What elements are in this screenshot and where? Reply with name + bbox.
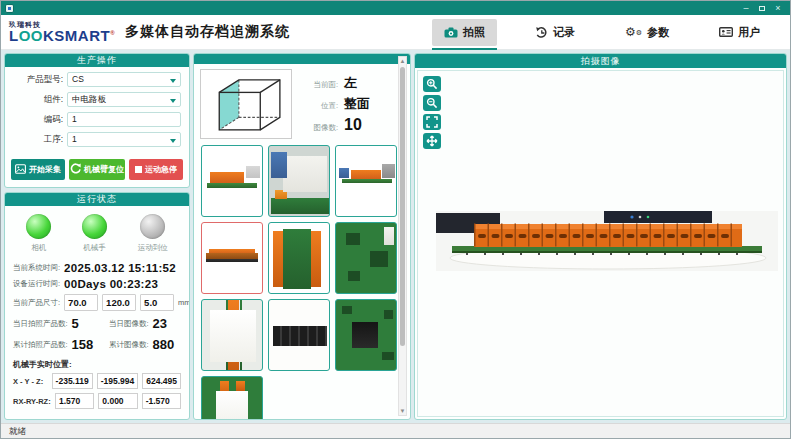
- image-icon: [15, 164, 26, 176]
- gears-icon: ⚙⚙: [625, 26, 642, 38]
- rx-value: 1.570: [55, 393, 94, 409]
- today-products-count: 5: [72, 316, 79, 331]
- history-icon: [535, 26, 548, 39]
- uptime-row: 设备运行时间: 00Days 00:23:23: [5, 276, 189, 292]
- thumbnail[interactable]: [268, 299, 330, 371]
- image-viewer[interactable]: [417, 70, 784, 417]
- x-value: -235.119: [52, 373, 93, 389]
- cube-face-indicator: [200, 69, 292, 139]
- camera-icon: [444, 27, 458, 38]
- production-panel-title: 生产操作: [5, 54, 189, 67]
- process-select[interactable]: 1: [67, 132, 181, 147]
- rxryrz-row: RX-RY-RZ: 1.570 0.000 -1.570: [13, 393, 181, 409]
- thumbnail-grid: [201, 145, 396, 419]
- status-panel-title: 运行状态: [5, 193, 189, 206]
- process-label: 工序:: [13, 134, 63, 146]
- image-count-row: 图像数: 10: [300, 116, 404, 134]
- system-time-row: 当前系统时间: 2025.03.12 15:11:52: [5, 260, 189, 276]
- robot-position-panel: 机械手实时位置: X - Y - Z: -235.119 -195.994 62…: [5, 355, 189, 413]
- viewer-toolbar: [423, 76, 441, 149]
- total-products-count: 158: [72, 337, 94, 352]
- thumbnail[interactable]: [201, 299, 263, 371]
- total-images-count: 880: [153, 337, 175, 352]
- thumbnail[interactable]: [201, 376, 263, 419]
- title-bar: – ×: [1, 1, 790, 15]
- thumbnail-scrollbar[interactable]: ▲ ▼: [398, 56, 407, 416]
- zoom-out-button[interactable]: [423, 95, 441, 111]
- tab-capture[interactable]: 拍照: [432, 19, 497, 46]
- pan-button[interactable]: [423, 133, 441, 149]
- capture-overview-header: [194, 54, 410, 64]
- brand-logo: 玖瑞科技 LOOKSMART®: [9, 21, 115, 43]
- y-value: -195.994: [97, 373, 139, 389]
- scroll-up-icon[interactable]: ▲: [399, 57, 406, 65]
- code-input[interactable]: 1: [67, 112, 181, 127]
- thumbnail[interactable]: [335, 222, 397, 294]
- position-value: 整面: [344, 95, 370, 113]
- thumbnail[interactable]: [335, 145, 397, 217]
- tab-records[interactable]: 记录: [523, 19, 587, 46]
- main-nav: 拍照 记录 ⚙⚙ 参数 用户: [432, 19, 782, 46]
- current-face-value: 左: [344, 74, 357, 92]
- thumbnail-area: [194, 143, 410, 419]
- tab-label: 记录: [553, 25, 575, 40]
- header: 玖瑞科技 LOOKSMART® 多媒体自动存档追溯系统 拍照 记录 ⚙⚙ 参数: [1, 15, 790, 50]
- camera-status: 相机: [26, 214, 51, 253]
- tab-label: 用户: [738, 25, 760, 40]
- motion-status-light: [140, 214, 165, 239]
- fit-screen-button[interactable]: [423, 114, 441, 130]
- thumbnail[interactable]: [201, 145, 263, 217]
- id-card-icon: [719, 26, 733, 38]
- refresh-icon: [70, 163, 81, 176]
- page-title: 多媒体自动存档追溯系统: [125, 23, 290, 41]
- tab-label: 拍照: [463, 25, 485, 40]
- start-capture-button[interactable]: 开始采集: [11, 159, 65, 180]
- robot-status-light: [82, 214, 107, 239]
- captured-image-title: 拍摄图像: [415, 54, 786, 68]
- application-window: – × 玖瑞科技 LOOKSMART® 多媒体自动存档追溯系统 拍照 记录: [0, 0, 791, 439]
- scroll-down-icon[interactable]: ▼: [399, 407, 406, 415]
- tab-params[interactable]: ⚙⚙ 参数: [613, 19, 681, 46]
- close-button[interactable]: ×: [770, 3, 786, 13]
- scrollbar-thumb[interactable]: [400, 67, 405, 346]
- size-length-value: 70.0: [64, 294, 98, 311]
- chevron-down-icon: [170, 139, 176, 143]
- thumbnail[interactable]: [201, 222, 263, 294]
- today-counts-row: 当日拍照产品数:5 当日图像数:23: [5, 313, 189, 334]
- thumbnail[interactable]: [335, 299, 397, 371]
- emergency-stop-button[interactable]: 运动急停: [129, 159, 183, 180]
- maximize-button[interactable]: [754, 3, 770, 13]
- robot-status: 机械手: [82, 214, 107, 253]
- code-label: 编码:: [13, 114, 63, 126]
- robot-reset-button[interactable]: 机械臂复位: [69, 159, 125, 180]
- system-time-value: 2025.03.12 15:11:52: [64, 262, 176, 274]
- zoom-in-button[interactable]: [423, 76, 441, 92]
- current-face-row: 当前面: 左: [300, 74, 404, 92]
- status-bar: 就绪: [1, 423, 790, 438]
- logo-text: LOOKSMART®: [9, 28, 115, 43]
- thumbnail[interactable]: [268, 145, 330, 217]
- component-select[interactable]: 中电路板: [67, 92, 181, 107]
- product-model-select[interactable]: CS: [67, 72, 181, 87]
- xyz-row: X - Y - Z: -235.119 -195.994 624.495: [13, 373, 181, 389]
- component-label: 组件:: [13, 94, 63, 106]
- production-panel: 生产操作 产品型号: CS 组件: 中电路板 编码: 1 工: [4, 53, 190, 188]
- zoom-out-icon: [426, 97, 438, 109]
- zoom-in-icon: [426, 78, 438, 90]
- captured-image-panel: 拍摄图像: [414, 53, 787, 420]
- status-lights: 相机 机械手 运动到位: [5, 206, 189, 255]
- camera-status-light: [26, 214, 51, 239]
- tab-users[interactable]: 用户: [707, 19, 772, 46]
- fit-screen-icon: [426, 116, 438, 128]
- ry-value: 0.000: [98, 393, 137, 409]
- motion-status: 运动到位: [138, 214, 168, 253]
- position-row: 位置: 整面: [300, 95, 404, 113]
- capture-overview-panel: 当前面: 左 位置: 整面 图像数: 10 ▲: [193, 53, 411, 420]
- today-images-count: 23: [153, 316, 167, 331]
- status-text: 就绪: [9, 426, 26, 436]
- minimize-button[interactable]: –: [738, 3, 754, 13]
- rz-value: -1.570: [142, 393, 181, 409]
- thumbnail[interactable]: [268, 222, 330, 294]
- size-unit: mm: [178, 298, 190, 307]
- z-value: 624.495: [142, 373, 181, 389]
